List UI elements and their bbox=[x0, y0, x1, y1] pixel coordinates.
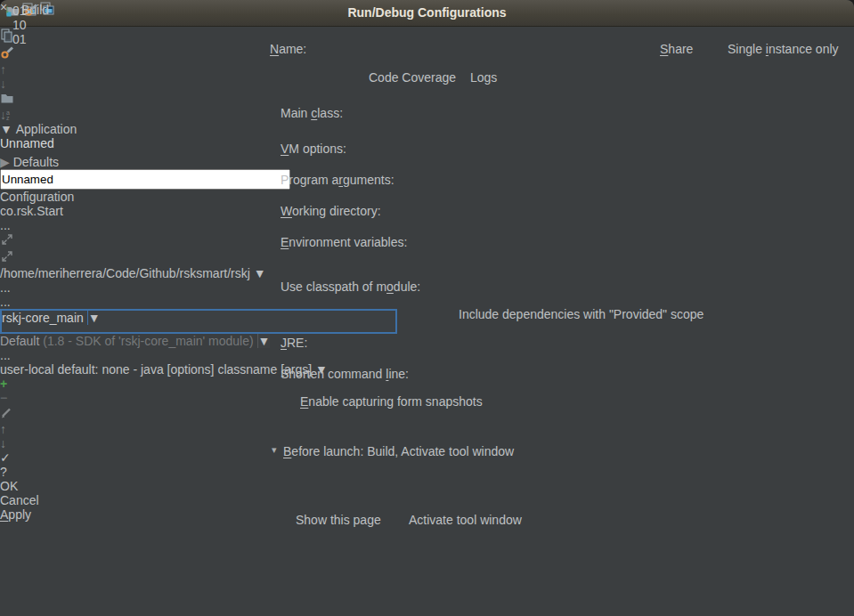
title-bar: Run/Debug Configurations × bbox=[0, 0, 854, 27]
include-provided-label[interactable]: Include dependencies with "Provided" sco… bbox=[459, 307, 704, 321]
expand-field-icon[interactable] bbox=[0, 235, 14, 249]
working-directory-label: Working directory: bbox=[281, 204, 381, 218]
question-icon: ? bbox=[0, 465, 7, 479]
tree-item-application[interactable]: ▼ Application bbox=[0, 122, 854, 136]
environment-variables-browse-button[interactable]: ... bbox=[0, 295, 854, 309]
main-class-label: Main class: bbox=[281, 106, 343, 120]
chevron-down-icon[interactable]: ▼ bbox=[254, 266, 266, 280]
show-this-page-label[interactable]: Show this page bbox=[296, 513, 381, 527]
working-directory-browse-button[interactable]: ... bbox=[0, 280, 854, 295]
add-task-icon[interactable]: + bbox=[0, 377, 854, 391]
folder-icon[interactable] bbox=[0, 91, 854, 108]
share-label[interactable]: Share bbox=[660, 42, 693, 56]
jre-browse-button[interactable]: ... bbox=[0, 348, 854, 362]
tree-item-unnamed[interactable]: Unnamed bbox=[0, 136, 854, 155]
tab-logs[interactable]: Logs bbox=[470, 70, 516, 90]
working-directory-combo[interactable]: /home/meriherrera/Code/Github/rsksmart/r… bbox=[0, 266, 369, 280]
help-button[interactable]: ? bbox=[0, 465, 854, 479]
tab-configuration[interactable]: Configuration bbox=[0, 190, 854, 204]
program-arguments-field[interactable] bbox=[0, 249, 394, 266]
ok-button[interactable]: OK bbox=[0, 479, 62, 493]
vm-options-label: VM options: bbox=[281, 142, 346, 156]
main-class-browse-button[interactable]: ... bbox=[0, 218, 854, 232]
expand-field-icon[interactable] bbox=[0, 252, 14, 266]
use-classpath-combo[interactable]: rskj-core_main ▼ bbox=[0, 309, 397, 334]
environment-variables-label: Environment variables: bbox=[281, 235, 407, 249]
chevron-down-icon[interactable]: ▼ bbox=[0, 122, 12, 136]
tab-code-coverage[interactable]: Code Coverage bbox=[369, 70, 469, 90]
sort-alphabetically-icon[interactable]: ↓az bbox=[0, 108, 854, 122]
chevron-down-icon[interactable]: ▼ bbox=[87, 311, 101, 325]
chevron-down-icon[interactable]: ▼ bbox=[257, 334, 271, 348]
copy-configuration-icon[interactable] bbox=[0, 28, 854, 45]
apply-button[interactable]: Apply bbox=[0, 507, 54, 522]
single-instance-label[interactable]: Single instance only bbox=[728, 42, 839, 56]
edit-defaults-icon[interactable] bbox=[0, 45, 854, 62]
tree-item-defaults[interactable]: ▶ Defaults bbox=[0, 155, 854, 169]
window-title: Run/Debug Configurations bbox=[0, 5, 854, 20]
activate-tool-window-label[interactable]: Activate tool window bbox=[409, 513, 522, 527]
collapse-section-icon[interactable]: ▾ bbox=[272, 444, 277, 456]
cancel-button[interactable]: Cancel bbox=[0, 493, 54, 507]
configurations-tree: ▼ Application Unnamed ▶ bbox=[0, 122, 854, 169]
before-launch-header[interactable]: Before launch: Build, Activate tool wind… bbox=[283, 444, 514, 458]
jre-combo[interactable]: Default (1.8 - SDK of 'rskj-core_main' m… bbox=[0, 334, 369, 348]
name-input[interactable] bbox=[0, 169, 290, 190]
use-classpath-label: Use classpath of module: bbox=[281, 280, 420, 294]
shorten-command-line-label: Shorten command line: bbox=[281, 367, 409, 381]
form-snapshots-label[interactable]: Enable capturing form snapshots bbox=[300, 394, 483, 409]
jre-label: JRE: bbox=[281, 336, 307, 350]
program-arguments-label: Program arguments: bbox=[281, 173, 394, 187]
build-icon: ↓ bbox=[4, 2, 11, 15]
name-label: Name: bbox=[270, 42, 306, 56]
chevron-right-icon[interactable]: ▶ bbox=[0, 155, 10, 169]
check-icon: ✓ bbox=[0, 450, 11, 465]
move-task-up-icon[interactable]: ↑ bbox=[0, 422, 854, 436]
run-debug-configurations-dialog: Run/Debug Configurations × + − ↑ ↓ ↓az ▼ bbox=[0, 0, 854, 616]
